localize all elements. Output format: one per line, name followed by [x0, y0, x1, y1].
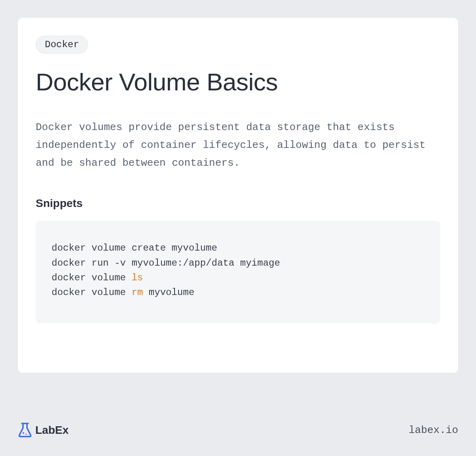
code-line: docker volume create myvolume	[52, 243, 217, 253]
brand: LabEx	[18, 422, 69, 438]
code-line: docker run -v myvolume:/app/data myimage	[52, 258, 280, 268]
category-tag: Docker	[36, 36, 88, 54]
content-card: Docker Docker Volume Basics Docker volum…	[18, 18, 458, 373]
brand-name: LabEx	[35, 424, 69, 437]
code-line: myvolume	[143, 287, 194, 298]
code-block: docker volume create myvolume docker run…	[36, 221, 440, 324]
code-line: docker volume	[52, 272, 132, 283]
code-keyword: rm	[132, 287, 143, 298]
svg-point-1	[23, 432, 24, 434]
page-title: Docker Volume Basics	[36, 69, 440, 96]
intro-text: Docker volumes provide persistent data s…	[36, 119, 440, 172]
site-url: labex.io	[409, 424, 458, 436]
footer: LabEx labex.io	[18, 422, 458, 438]
code-line: docker volume	[52, 287, 132, 298]
svg-point-2	[26, 434, 27, 435]
snippets-heading: Snippets	[36, 197, 440, 210]
code-keyword: ls	[132, 272, 143, 283]
flask-icon	[18, 422, 32, 438]
